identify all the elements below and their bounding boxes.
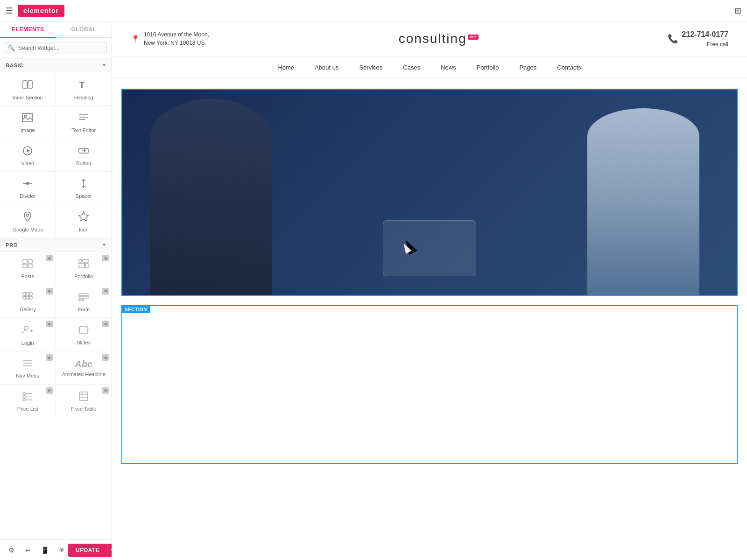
- settings-bottom-icon[interactable]: ⚙: [5, 544, 18, 557]
- widget-portfolio[interactable]: Portfolio: [56, 252, 112, 285]
- tab-global[interactable]: GLOBAL: [56, 21, 112, 37]
- form-icon: [78, 292, 89, 304]
- svg-point-15: [27, 214, 29, 217]
- chevron-down-icon-pro: ▾: [103, 242, 106, 248]
- nav-news[interactable]: News: [430, 56, 466, 78]
- pro-badge-login: [46, 321, 53, 327]
- elementor-logo[interactable]: elementor: [18, 5, 64, 17]
- update-button[interactable]: UPDATE: [68, 544, 107, 557]
- widget-price-table[interactable]: $ Price Table: [56, 385, 112, 417]
- widget-label-video: Video: [21, 160, 34, 167]
- widget-label-divider: Divider: [20, 193, 35, 199]
- nav-about-us[interactable]: About us: [304, 56, 349, 78]
- widget-label-price-table: Price Table: [71, 406, 96, 412]
- svg-rect-28: [23, 296, 26, 299]
- site-nav: Home About us Services Cases News Portfo…: [112, 56, 747, 79]
- posts-icon: [22, 259, 33, 271]
- widget-divider[interactable]: Divider: [0, 172, 56, 204]
- widget-icon[interactable]: Icon: [56, 204, 112, 238]
- widget-heading[interactable]: T Heading: [56, 72, 112, 106]
- grid-icon[interactable]: ⊞: [734, 6, 741, 16]
- widget-price-list[interactable]: Price List: [0, 385, 56, 417]
- svg-rect-29: [26, 296, 29, 299]
- pro-badge-price-table: [102, 387, 109, 394]
- update-arrow-button[interactable]: ▾: [107, 544, 112, 557]
- nav-contacts[interactable]: Contacts: [547, 56, 591, 78]
- svg-rect-20: [28, 264, 32, 268]
- search-input[interactable]: [5, 42, 107, 54]
- widget-gallery[interactable]: Gallery: [0, 285, 56, 318]
- empty-section[interactable]: Section: [121, 305, 738, 464]
- section-header-pro[interactable]: PRO ▾: [0, 238, 112, 252]
- nav-cases[interactable]: Cases: [393, 56, 430, 78]
- map-icon: [22, 211, 33, 224]
- widget-label-animated-headline: Animated Headline: [62, 371, 106, 378]
- pro-widget-grid: Posts Portfolio: [0, 252, 112, 417]
- button-icon: [78, 146, 89, 158]
- svg-rect-17: [23, 259, 27, 263]
- svg-point-34: [24, 326, 28, 330]
- portfolio-icon: [78, 259, 89, 271]
- widget-nav-menu[interactable]: Nav Menu: [0, 351, 56, 384]
- price-table-icon: $: [78, 391, 89, 403]
- widget-animated-headline[interactable]: Abc Animated Headline: [56, 351, 112, 384]
- responsive-icon[interactable]: 📱: [38, 544, 51, 557]
- top-bar-left: ☰ elementor: [6, 5, 64, 17]
- pro-badge-portfolio: [102, 255, 109, 261]
- pro-badge-nav-menu: [46, 354, 53, 361]
- pro-badge-gallery: [46, 288, 53, 294]
- widget-login[interactable]: Login: [0, 318, 56, 351]
- video-icon: [22, 146, 33, 158]
- image-icon: [22, 112, 33, 125]
- widget-slides[interactable]: Slides: [56, 318, 112, 351]
- pro-badge-posts: [46, 255, 53, 261]
- abc-icon: Abc: [75, 359, 92, 369]
- icon-icon: [78, 211, 89, 224]
- tab-elements[interactable]: ELEMENTS: [0, 21, 56, 38]
- website-preview: 📍 1010 Avenue of the Moon, New York, NY …: [112, 21, 747, 560]
- logo-wp-badge: WP: [468, 35, 479, 40]
- person-left: [150, 99, 272, 295]
- widget-spacer[interactable]: Spacer: [56, 172, 112, 204]
- history-icon[interactable]: ↩: [21, 544, 35, 557]
- nav-home[interactable]: Home: [268, 56, 304, 78]
- svg-rect-22: [83, 259, 88, 262]
- widget-image[interactable]: Image: [0, 106, 56, 139]
- widget-text-editor[interactable]: Text Editor: [56, 106, 112, 139]
- widget-button[interactable]: Button: [56, 139, 112, 172]
- nav-services[interactable]: Services: [349, 56, 393, 78]
- hamburger-icon[interactable]: ☰: [6, 6, 13, 16]
- widget-google-maps[interactable]: Google Maps: [0, 204, 56, 238]
- site-header: 📍 1010 Avenue of the Moon, New York, NY …: [112, 21, 747, 56]
- widget-inner-section[interactable]: Inner Section: [0, 72, 56, 106]
- widget-label-text-editor: Text Editor: [71, 127, 96, 133]
- widget-label-posts: Posts: [21, 273, 34, 280]
- svg-point-13: [26, 182, 29, 185]
- svg-text:$: $: [81, 392, 83, 395]
- widget-video[interactable]: Video: [0, 139, 56, 172]
- widget-label-spacer: Spacer: [76, 193, 92, 199]
- nav-pages[interactable]: Pages: [509, 56, 547, 78]
- svg-rect-23: [79, 263, 85, 268]
- nav-portfolio[interactable]: Portfolio: [466, 56, 509, 78]
- address-text: 1010 Avenue of the Moon, New York, NY 10…: [144, 30, 209, 47]
- hero-section[interactable]: Section: [121, 89, 738, 296]
- svg-rect-31: [79, 294, 88, 295]
- preview-icon[interactable]: 👁: [55, 544, 68, 557]
- svg-rect-33: [79, 299, 84, 301]
- pro-badge-form: [102, 288, 109, 294]
- svg-rect-47: [23, 399, 25, 401]
- phone-icon: 📞: [668, 34, 678, 44]
- svg-rect-3: [22, 113, 33, 122]
- widget-label-inner-section: Inner Section: [13, 94, 43, 101]
- widget-label-nav-menu: Nav Menu: [16, 372, 39, 379]
- svg-marker-9: [27, 149, 30, 153]
- nav-menu-icon: [22, 358, 33, 370]
- widget-label-gallery: Gallery: [20, 306, 36, 313]
- inner-section-icon: [22, 79, 33, 92]
- svg-rect-37: [79, 327, 88, 333]
- section-header-basic[interactable]: BASIC ▾: [0, 58, 112, 72]
- widget-label-button: Button: [76, 160, 91, 167]
- widget-form[interactable]: Form: [56, 285, 112, 318]
- widget-posts[interactable]: Posts: [0, 252, 56, 285]
